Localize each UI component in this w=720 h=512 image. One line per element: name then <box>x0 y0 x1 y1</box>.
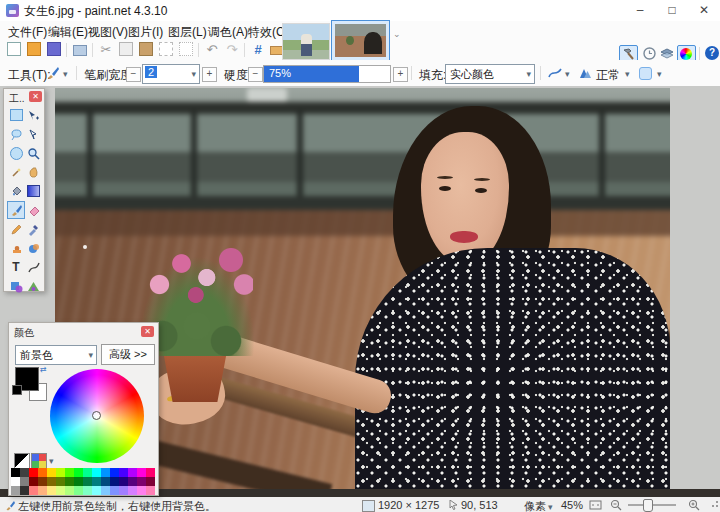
palette-swatch[interactable] <box>65 468 74 477</box>
palette-swatch[interactable] <box>128 468 137 477</box>
menu-view[interactable]: 视图(V) <box>86 24 130 40</box>
palette-swatch[interactable] <box>146 486 155 495</box>
hardness-increase-button[interactable]: + <box>393 67 408 82</box>
palette-swatch[interactable] <box>110 477 119 486</box>
menu-adjust[interactable]: 调色(A) <box>206 24 250 40</box>
palette-swatch[interactable] <box>137 477 146 486</box>
palette-swatch[interactable] <box>137 486 146 495</box>
tool-paint-bucket[interactable] <box>8 183 24 199</box>
tool-move-selected-pixels[interactable] <box>25 107 41 123</box>
palette-swatch[interactable] <box>137 468 146 477</box>
palette-swatch[interactable] <box>92 468 101 477</box>
units-caret-icon[interactable]: ▾ <box>548 502 553 512</box>
palette-swatch[interactable] <box>29 477 38 486</box>
save-icon[interactable] <box>46 42 62 58</box>
palette-swatch[interactable] <box>128 486 137 495</box>
palette-swatch[interactable] <box>56 477 65 486</box>
palette-swatch[interactable] <box>74 486 83 495</box>
current-tool-brush-icon[interactable] <box>46 66 60 80</box>
print-icon[interactable] <box>72 42 88 58</box>
palette-swatch[interactable] <box>146 468 155 477</box>
tool-paintbrush-selected[interactable] <box>7 201 25 219</box>
palette-swatch[interactable] <box>38 477 47 486</box>
palette-swatch[interactable] <box>65 477 74 486</box>
maximize-button[interactable]: □ <box>658 0 686 20</box>
zoom-in-icon[interactable] <box>688 499 700 511</box>
tool-shapes-triangle[interactable] <box>25 278 41 294</box>
close-button[interactable]: ✕ <box>690 0 718 20</box>
tool-ellipse-select[interactable] <box>8 145 24 161</box>
help-icon[interactable]: ? <box>705 46 719 60</box>
tool-clone-stamp[interactable] <box>8 240 24 256</box>
tool-caret-icon[interactable]: ▾ <box>63 69 68 79</box>
hardness-slider[interactable]: 75% <box>263 65 391 83</box>
menu-image[interactable]: 图片(I) <box>126 24 165 40</box>
menu-file[interactable]: 文件(F) <box>6 24 49 40</box>
palette-swatch[interactable] <box>29 468 38 477</box>
palette-swatch[interactable] <box>128 477 137 486</box>
palette-swatch[interactable] <box>101 486 110 495</box>
fill-style-select[interactable]: 实心颜色 ▾ <box>445 64 535 84</box>
color-mode-select[interactable]: 前景色 ▾ <box>15 345 97 365</box>
tool-eraser[interactable] <box>25 202 41 218</box>
reset-colors-icon[interactable] <box>14 453 30 469</box>
open-icon[interactable] <box>26 42 42 58</box>
brush-width-combo[interactable]: 2 ▾ <box>142 64 200 84</box>
paste-icon[interactable] <box>138 42 154 58</box>
brush-width-decrease-button[interactable]: − <box>126 67 141 82</box>
tool-pencil[interactable] <box>8 221 24 237</box>
tool-pan[interactable] <box>25 164 41 180</box>
thumbnail-overflow-chevron-icon[interactable]: ⌄ <box>393 29 401 39</box>
palette-swatch[interactable] <box>101 477 110 486</box>
tool-line-curve[interactable] <box>25 259 41 275</box>
palette-swatch[interactable] <box>47 486 56 495</box>
antialiasing-caret-icon[interactable]: ▾ <box>657 69 662 79</box>
palette-swatch[interactable] <box>29 486 38 495</box>
blend-mode-caret-icon[interactable]: ▾ <box>625 69 630 79</box>
palette-swatch[interactable] <box>11 477 20 486</box>
color-palette[interactable] <box>11 468 155 495</box>
tool-color-picker[interactable] <box>25 221 41 237</box>
hardness-decrease-button[interactable]: − <box>248 67 263 82</box>
palette-swatch[interactable] <box>11 486 20 495</box>
minimize-button[interactable]: – <box>626 0 654 20</box>
palette-swatch[interactable] <box>56 486 65 495</box>
palette-menu-caret-icon[interactable]: ▾ <box>49 456 54 466</box>
resize-grip[interactable] <box>710 501 718 509</box>
palette-swatch[interactable] <box>38 486 47 495</box>
palette-swatch[interactable] <box>101 468 110 477</box>
palette-menu-icon[interactable] <box>31 453 47 469</box>
tool-text[interactable]: T <box>8 259 24 275</box>
palette-swatch[interactable] <box>74 468 83 477</box>
tool-rectangle-select[interactable] <box>8 107 24 123</box>
tool-move-selection[interactable] <box>25 126 41 142</box>
tool-magic-wand[interactable] <box>8 164 24 180</box>
palette-swatch[interactable] <box>119 468 128 477</box>
zoom-slider-thumb[interactable] <box>643 499 653 512</box>
menu-layers[interactable]: 图层(L) <box>166 24 209 40</box>
palette-swatch[interactable] <box>119 486 128 495</box>
palette-swatch[interactable] <box>92 477 101 486</box>
palette-swatch[interactable] <box>20 486 29 495</box>
palette-swatch[interactable] <box>110 468 119 477</box>
tool-zoom[interactable] <box>25 145 41 161</box>
palette-swatch[interactable] <box>65 486 74 495</box>
tool-shapes[interactable] <box>8 278 24 294</box>
zoom-out-icon[interactable] <box>610 499 622 511</box>
palette-swatch[interactable] <box>11 468 20 477</box>
palette-swatch[interactable] <box>92 486 101 495</box>
units-select[interactable]: 像素 <box>524 499 546 512</box>
zoom-percent-value[interactable]: 45% <box>561 499 583 511</box>
spline-caret-icon[interactable]: ▾ <box>565 69 570 79</box>
palette-swatch[interactable] <box>83 477 92 486</box>
antialiasing-icon[interactable] <box>639 67 652 80</box>
tool-gradient[interactable] <box>25 183 41 199</box>
advanced-button[interactable]: 高级 >> <box>101 344 155 365</box>
palette-swatch[interactable] <box>83 468 92 477</box>
palette-swatch[interactable] <box>20 477 29 486</box>
palette-swatch[interactable] <box>146 477 155 486</box>
swap-colors-icon[interactable]: ⇄ <box>40 365 47 374</box>
menu-edit[interactable]: 编辑(E) <box>46 24 90 40</box>
palette-swatch[interactable] <box>47 468 56 477</box>
image-tab-2-selected[interactable] <box>331 20 390 61</box>
